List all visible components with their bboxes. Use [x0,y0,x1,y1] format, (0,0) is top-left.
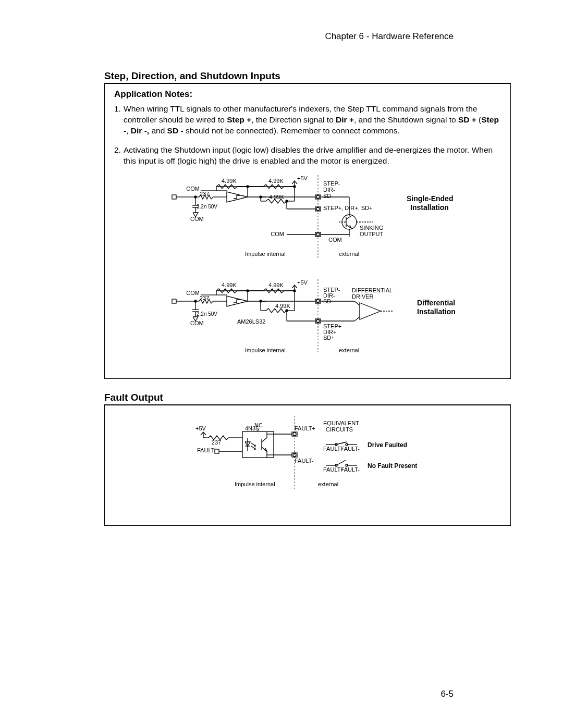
svg-line-122 [336,460,346,465]
circuit-differential: +5V 4.99K 4.99K COM 237 2.2n 50V COM AM2… [141,279,474,368]
lbl2-com-g: COM [190,320,204,326]
lbl-com-3: COM [328,237,342,243]
lbl-r499k-3: 4.99K [269,194,284,200]
svg-line-97 [251,443,255,446]
section1-title: Step, Direction, and Shutdown Inputs [104,70,511,83]
lbl-step-minus: STEP- [323,180,340,187]
lbl-5v: +5V [297,175,308,181]
txt: Step + [227,115,251,124]
lbl-single-ended: Single-Ended [407,194,453,203]
page-number: 6-5 [440,689,454,699]
svg-line-39 [346,216,351,219]
lbl3-5v: +5V [195,425,206,431]
lbl2-imp: Impulse internal [245,347,286,353]
lbl2-r2: 4.99K [268,282,284,288]
svg-rect-67 [172,299,176,303]
note-1-num: 1. [114,104,124,137]
lbl2-ext: external [339,347,359,353]
svg-marker-57 [227,296,248,306]
lbl3-fm3: FAULT- [341,466,360,473]
svg-line-98 [251,446,255,449]
txt: SD + [458,115,476,124]
svg-marker-8 [227,192,248,202]
lbl2-5v: +5V [297,279,308,286]
svg-line-87 [354,317,360,321]
lbl-cap: 2.2n 50V [197,204,217,209]
lbl2-dd1: DIFFERENTIAL [352,287,393,293]
lbl-installation-1: Installation [410,203,449,212]
lbl-sd-minus: SD- [323,193,333,199]
lbl3-237: 237 [212,439,221,446]
svg-marker-88 [360,303,381,319]
txt: ( [476,115,481,124]
lbl-r499k-1: 4.99K [222,178,237,184]
note-1-body: When wiring TTL signals to other manufac… [124,104,501,137]
lbl3-df: Drive Faulted [368,441,407,449]
lbl2-cap: 2.2n 50V [197,311,217,317]
lbl2-com: COM [186,290,200,296]
lbl3-fm2: FAULT- [341,446,360,452]
svg-point-55 [247,290,249,292]
txt: , and the Shutdown signal to [354,115,458,124]
note-2-body: Activating the Shutdown input (logic low… [124,145,501,167]
lbl2-am26: AM26LS32 [237,318,265,325]
lbl2-sdp: SD+ [323,335,335,341]
lbl2-dd2: DRIVER [352,293,374,300]
txt: Dir + [336,115,354,124]
svg-point-32 [286,200,288,202]
lbl2-diff: Differential [417,299,455,307]
svg-point-81 [286,310,288,312]
svg-line-117 [336,442,347,445]
svg-line-100 [262,438,267,442]
lbl-r499k-2: 4.99K [268,178,284,184]
fault-output-box: +5V 237 4N35 NC FAULT FAULT+ FAULT- EQUI… [104,405,511,526]
svg-rect-18 [172,195,176,199]
svg-rect-94 [242,431,274,458]
txt: should not be connected). Remember to co… [183,126,400,135]
lbl-output: OUTPUT [360,231,384,237]
lbl-external: external [339,251,359,257]
chapter-header: Chapter 6 - Hardware Reference [325,31,454,42]
lbl-com-2: COM [271,231,284,237]
circuit-single-ended: +5V 4.99K 4.99K COM 237 2.2n 50V COM 4.9… [141,175,474,274]
lbl3-fp: FAULT+ [295,425,315,431]
txt: Dir -, [131,126,149,135]
lbl-dir-minus: DIR- [323,187,335,193]
lbl-com-1: COM [186,186,200,192]
application-notes-box: Application Notes: 1. When wiring TTL si… [104,83,511,379]
txt: and [149,126,167,135]
lbl3-fm: FAULT- [295,458,314,464]
lbl2-r3: 4.99K [275,303,290,309]
app-notes-title: Application Notes: [114,89,501,100]
lbl3-imp: Impulse internal [235,481,275,487]
svg-point-26 [293,186,296,188]
svg-rect-106 [215,449,219,453]
svg-line-86 [354,301,360,305]
txt: SD - [167,126,183,135]
note-2: 2. Activating the Shutdown input (logic … [114,145,501,167]
lbl3-equiv: EQUIVALENT [323,420,359,426]
lbl3-nc: NC [254,422,263,428]
svg-point-66 [194,300,197,302]
lbl3-fault: FAULT [197,447,215,453]
note-2-num: 2. [114,145,124,167]
svg-point-6 [247,186,249,188]
lbl2-sdm: SD- [323,298,333,304]
svg-point-17 [194,196,197,198]
txt: , [126,126,131,135]
note-1: 1. When wiring TTL signals to other manu… [114,104,501,137]
lbl-sinking: SINKING [360,225,383,231]
lbl-impulse: Impulse internal [245,251,286,257]
svg-point-75 [293,290,296,292]
lbl3-ext: external [318,481,338,487]
lbl2-r1: 4.99K [222,282,237,288]
lbl2-237: 237 [200,295,209,301]
lbl3-circ: CIRCUITS [326,426,353,433]
lbl-com-gnd: COM [190,216,204,222]
lbl-237: 237 [200,191,209,197]
lbl2-inst: Installation [417,307,456,316]
section2-title: Fault Output [104,392,511,405]
txt: , the Direction signal to [251,115,336,124]
circuit-fault: +5V 237 4N35 NC FAULT FAULT+ FAULT- EQUI… [141,416,474,510]
lbl-step-plus: STEP+, DIR+, SD+ [323,205,372,211]
